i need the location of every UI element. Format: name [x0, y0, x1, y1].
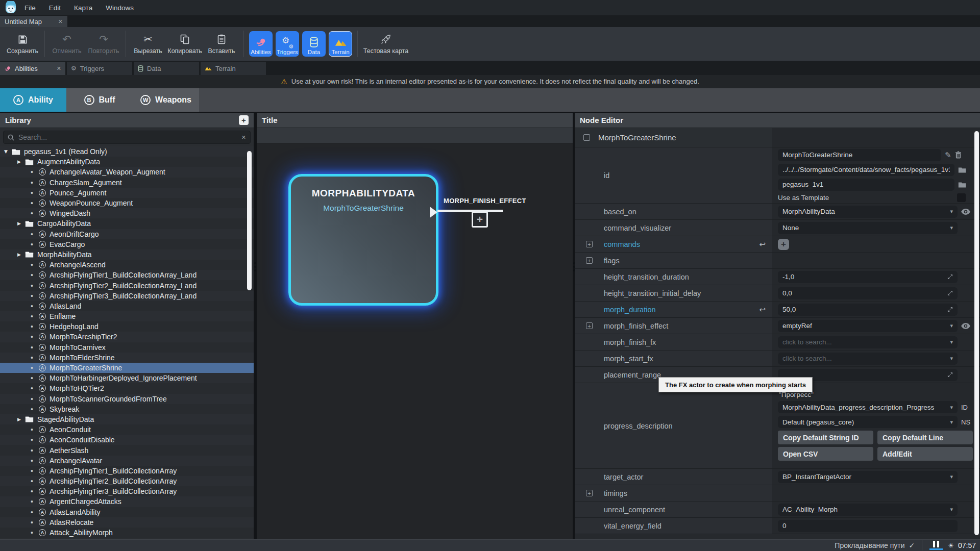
chevron-down-icon[interactable]: ▾	[950, 404, 953, 411]
string-id-dropdown[interactable]: MorphAbilityData_progress_description_Pr…	[778, 401, 958, 413]
height_transition_duration-input[interactable]: -1,0	[778, 271, 958, 283]
add-library-item-button[interactable]: +	[239, 115, 249, 125]
collapse-icon[interactable]: −	[583, 134, 590, 141]
node-canvas[interactable]: MORPHABILITYDATA MorphToGreaterShrine MO…	[257, 143, 573, 539]
tree-item[interactable]: •AAtlasRelocate	[0, 517, 254, 528]
undo-button[interactable]: ↶ Отменить	[48, 30, 85, 58]
expand-arrow-icon[interactable]: ▶	[17, 221, 25, 226]
expand-arrow-icon[interactable]: ▶	[17, 252, 25, 257]
copy-default-string-id-button[interactable]: Copy Default String ID	[778, 431, 873, 444]
morph_finish_fx-dropdown[interactable]: click to search...▾	[778, 336, 958, 348]
tree-item[interactable]: •AAtlasLand	[0, 301, 254, 311]
tree-item[interactable]: •AWingedDash	[0, 208, 254, 218]
inspector-scrollbar[interactable]	[974, 131, 979, 535]
triggers-mode-button[interactable]: ⚙⚙ Triggers	[276, 31, 299, 57]
panel-tab-abilities[interactable]: Abilities ✕	[0, 62, 65, 75]
revert-icon[interactable]: ↩	[759, 305, 766, 314]
tree-folder[interactable]: ▼pegasus_1v1 (Read Only)	[0, 146, 254, 157]
drag-resize-icon[interactable]	[947, 274, 953, 280]
trash-icon[interactable]	[955, 151, 962, 159]
tree-item[interactable]: •AArchangelAvatar	[0, 456, 254, 466]
namespace-dropdown[interactable]: Default (pegasus_core)▾	[778, 416, 958, 428]
revert-icon[interactable]: ↩	[759, 240, 766, 249]
node-output-port[interactable]	[430, 207, 437, 218]
tree-item[interactable]: •AAeonDriftCargo	[0, 229, 254, 239]
unreal_component-dropdown[interactable]: AC_Ability_Morph▾	[778, 504, 958, 516]
tree-folder[interactable]: ▶MorphAbilityData	[0, 249, 254, 260]
folder-icon[interactable]	[958, 182, 966, 188]
tree-item[interactable]: •AAttack_AbilityMorph	[0, 528, 254, 538]
data-mode-button[interactable]: Data	[302, 31, 326, 57]
copy-default-line-button[interactable]: Copy Default Line	[877, 431, 973, 444]
tree-item[interactable]: •AEnflame	[0, 311, 254, 321]
chevron-down-icon[interactable]: ▾	[950, 208, 953, 215]
tree-item[interactable]: •AMorphToCarnivex	[0, 342, 254, 353]
tree-item[interactable]: •AArcshipFlyingTier3_BuildCollectionArra…	[0, 291, 254, 301]
search-input[interactable]: Search... ✕	[3, 131, 251, 144]
cut-button[interactable]: ✂ Вырезать	[130, 30, 166, 58]
save-button[interactable]: Сохранить	[4, 30, 41, 58]
expand-arrow-icon[interactable]: ▼	[4, 149, 12, 154]
chevron-down-icon[interactable]: ▾	[950, 339, 953, 345]
tree-item[interactable]: •AEvacCargo	[0, 239, 254, 249]
panel-tab-terrain[interactable]: Terrain	[201, 62, 266, 75]
edit-icon[interactable]: ✎	[945, 151, 951, 160]
chevron-down-icon[interactable]: ▾	[950, 473, 953, 480]
height_transition_initial_delay-input[interactable]: 0,0	[778, 287, 958, 299]
folder-icon[interactable]	[958, 167, 966, 173]
tree-item[interactable]: •AMorphToHQTier2	[0, 383, 254, 393]
abilities-mode-button[interactable]: Abilities	[249, 31, 273, 57]
tree-item[interactable]: •AArcshipFlyingTier1_BuildCollectionArra…	[0, 270, 254, 280]
drag-resize-icon[interactable]	[947, 307, 953, 312]
tree-item[interactable]: •AAtlasLandAbility	[0, 507, 254, 517]
id-path-input[interactable]: ../../../Stormgate/Content/data/snow_fac…	[778, 164, 954, 176]
copy-button[interactable]: Копировать	[166, 30, 203, 58]
tree-item[interactable]: •AHedgehogLand	[0, 321, 254, 332]
panel-tab-data[interactable]: Data	[134, 62, 199, 75]
tree-item[interactable]: •AArcshipFlyingTier2_BuildCollectionArra…	[0, 476, 254, 486]
clear-search-icon[interactable]: ✕	[241, 134, 246, 141]
tree-item[interactable]: •AMorphToGreaterShrine	[0, 363, 254, 373]
id-name-input[interactable]: MorphToGreaterShrine	[778, 149, 941, 161]
tree-item[interactable]: •AMorphToElderShrine	[0, 353, 254, 363]
tab-weapons[interactable]: W Weapons	[133, 88, 199, 112]
tree-item[interactable]: •AMorphToHarbingerDeployed_IgnorePlaceme…	[0, 373, 254, 383]
use-as-template-checkbox[interactable]	[957, 193, 966, 202]
tree-item[interactable]: •AAeonConduit	[0, 424, 254, 435]
add-connection-button[interactable]: +	[472, 211, 488, 228]
tree-item[interactable]: •AArcshipFlyingTier1_BuildCollectionArra…	[0, 466, 254, 476]
tree-item[interactable]: •AArcshipFlyingTier3_BuildCollectionArra…	[0, 486, 254, 496]
chevron-down-icon[interactable]: ▾	[950, 224, 953, 231]
expand-arrow-icon[interactable]: ▶	[17, 417, 25, 422]
id-package-input[interactable]: pegasus_1v1	[778, 179, 954, 191]
vital_energy_field-input[interactable]: 0	[778, 520, 958, 532]
eye-icon[interactable]	[961, 323, 970, 329]
chevron-down-icon[interactable]: ▾	[950, 355, 953, 362]
drag-resize-icon[interactable]	[947, 372, 953, 378]
eye-icon[interactable]	[961, 209, 970, 215]
panel-tab-triggers[interactable]: ⚙ Triggers	[67, 62, 132, 75]
tree-item[interactable]: •APounce_Agument	[0, 188, 254, 198]
tree-item[interactable]: •AAeonConduitDisable	[0, 435, 254, 445]
ability-node[interactable]: MORPHABILITYDATA MorphToGreaterShrine	[288, 174, 438, 306]
brightness-icon[interactable]: ☀	[948, 542, 954, 549]
menu-edit[interactable]: Edit	[49, 4, 61, 12]
terrain-mode-button[interactable]: Terrain	[329, 31, 352, 57]
tree-item[interactable]: •AArcshipFlyingTier2_BuildCollectionArra…	[0, 280, 254, 290]
redo-button[interactable]: ↷ Повторить	[85, 30, 122, 58]
tree-item[interactable]: •AMorphToScannerGroundedFromTree	[0, 394, 254, 404]
document-tab[interactable]: Untitled Map ✕	[0, 16, 67, 27]
chevron-down-icon[interactable]: ▾	[950, 419, 953, 425]
tree-item[interactable]: •ASkybreak	[0, 404, 254, 414]
tree-item[interactable]: •AMorphToArcshipTier2	[0, 332, 254, 342]
expand-icon[interactable]: +	[586, 241, 593, 247]
tree-item[interactable]: •AAetherSlash	[0, 445, 254, 455]
tree-item[interactable]: •AWeaponPounce_Augment	[0, 198, 254, 208]
command_visualizer-dropdown[interactable]: None▾	[778, 222, 958, 234]
add-item-button[interactable]: +	[778, 239, 789, 250]
based_on-dropdown[interactable]: MorphAbilityData▾	[778, 206, 958, 218]
test-map-button[interactable]: Тестовая карта	[361, 30, 410, 58]
tree-item[interactable]: •AArchangelAscend	[0, 260, 254, 270]
close-icon[interactable]: ✕	[58, 18, 63, 25]
tree-folder[interactable]: ▶CargoAbilityData	[0, 218, 254, 229]
